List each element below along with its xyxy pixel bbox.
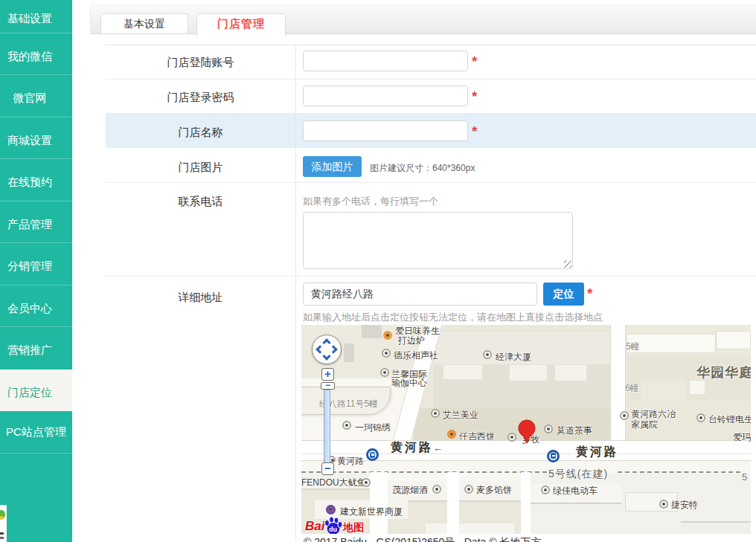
- svg-text:du: du: [329, 526, 337, 533]
